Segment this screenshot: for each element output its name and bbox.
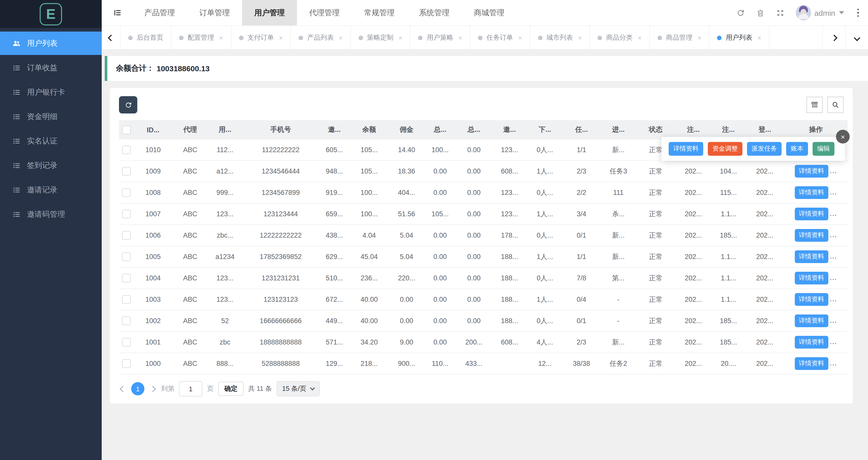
row-checkbox[interactable] — [122, 146, 131, 154]
user-menu[interactable]: admin — [796, 5, 844, 20]
tab-10[interactable]: 用户列表× — [710, 26, 769, 49]
row-more-actions[interactable]: ... — [830, 210, 837, 217]
row-more-actions[interactable]: ... — [830, 317, 837, 324]
goto-page-input[interactable] — [179, 381, 203, 396]
collapse-menu-icon[interactable] — [102, 8, 132, 17]
tabs-dropdown-button[interactable] — [845, 26, 868, 49]
table-search-button[interactable] — [827, 97, 844, 113]
username-label: admin — [814, 8, 835, 17]
sidebar-item-7[interactable]: 邀请码管理 — [0, 203, 102, 226]
row-more-actions[interactable]: ... — [830, 231, 837, 239]
topnav-item-4[interactable]: 常规管理 — [352, 0, 407, 25]
popup-action-button-4[interactable]: 编辑 — [813, 142, 834, 156]
select-arrow-icon — [310, 385, 315, 391]
tab-6[interactable]: 任务订单× — [470, 26, 530, 49]
select-all-checkbox[interactable] — [122, 125, 131, 134]
tab-close-icon[interactable]: × — [219, 34, 223, 41]
popup-action-button-3[interactable]: 账本 — [786, 142, 808, 156]
popup-action-button-0[interactable]: 详情资料 — [669, 142, 703, 156]
sidebar-item-0[interactable]: 用户列表 — [0, 32, 102, 55]
tab-4[interactable]: 策略定制× — [351, 26, 411, 49]
row-detail-button[interactable]: 详情资料 — [795, 165, 828, 178]
row-checkbox[interactable] — [122, 188, 131, 197]
avatar[interactable] — [796, 5, 811, 20]
app-logo[interactable]: E — [40, 3, 62, 25]
topnav-item-6[interactable]: 商城管理 — [462, 0, 517, 25]
row-checkbox[interactable] — [122, 167, 131, 176]
row-more-actions[interactable]: ... — [830, 359, 837, 367]
topnav-item-1[interactable]: 订单管理 — [187, 0, 242, 25]
tabs-scroll-left-button[interactable] — [102, 26, 121, 49]
tab-0[interactable]: 后台首页 — [121, 26, 172, 49]
sidebar-item-6[interactable]: 邀请记录 — [0, 178, 102, 202]
tab-8[interactable]: 商品分类× — [590, 26, 650, 49]
row-detail-button[interactable]: 详情资料 — [795, 272, 828, 284]
row-checkbox[interactable] — [122, 252, 131, 261]
tab-close-icon[interactable]: × — [638, 34, 642, 41]
table-refresh-button[interactable] — [119, 96, 137, 113]
row-checkbox[interactable] — [122, 274, 131, 282]
tab-3[interactable]: 产品列表× — [291, 26, 351, 49]
tab-close-icon[interactable]: × — [339, 34, 342, 41]
row-checkbox[interactable] — [122, 210, 131, 218]
tab-close-icon[interactable]: × — [399, 34, 402, 41]
row-more-actions[interactable]: ... — [830, 188, 837, 196]
tab-close-icon[interactable]: × — [279, 34, 283, 41]
cell: 1.1... — [711, 289, 745, 310]
cell: 123... — [492, 139, 527, 161]
row-more-actions[interactable]: ... — [830, 338, 837, 346]
popup-close-icon[interactable]: × — [836, 130, 850, 143]
sidebar-item-5[interactable]: 签到记录 — [0, 154, 102, 177]
row-detail-button[interactable]: 详情资料 — [795, 186, 828, 199]
tab-2[interactable]: 支付订单× — [231, 26, 291, 49]
row-more-actions[interactable]: ... — [830, 252, 837, 260]
next-page-button[interactable] — [149, 386, 157, 391]
row-checkbox[interactable] — [122, 317, 131, 325]
row-checkbox[interactable] — [122, 231, 131, 240]
row-detail-button[interactable]: 详情资料 — [795, 208, 828, 220]
tab-close-icon[interactable]: × — [698, 34, 702, 41]
fullscreen-icon[interactable] — [776, 8, 784, 17]
row-more-actions[interactable]: ... — [830, 167, 837, 175]
topnav-item-0[interactable]: 产品管理 — [132, 0, 187, 25]
sidebar-item-4[interactable]: 实名认证 — [0, 129, 102, 153]
tab-close-icon[interactable]: × — [578, 34, 582, 41]
tab-9[interactable]: 商品管理× — [650, 26, 710, 49]
trash-icon[interactable] — [756, 8, 765, 17]
topnav-item-2[interactable]: 用户管理 — [242, 0, 297, 25]
topnav-item-3[interactable]: 代理管理 — [297, 0, 352, 25]
row-detail-button[interactable]: 详情资料 — [795, 229, 828, 242]
row-detail-button[interactable]: 详情资料 — [795, 336, 828, 349]
sidebar-item-2[interactable]: 用户银行卡 — [0, 80, 102, 104]
row-more-actions[interactable]: ... — [830, 295, 837, 303]
kebab-menu-icon[interactable] — [855, 7, 861, 19]
row-checkbox[interactable] — [122, 359, 131, 368]
tab-1[interactable]: 配置管理× — [172, 26, 231, 49]
popup-action-button-2[interactable]: 派发任务 — [747, 142, 781, 156]
tab-label: 商品管理 — [666, 33, 692, 42]
row-detail-button[interactable]: 详情资料 — [795, 293, 828, 306]
row-detail-button[interactable]: 详情资料 — [795, 314, 828, 327]
tab-close-icon[interactable]: × — [518, 34, 522, 41]
confirm-page-button[interactable]: 确定 — [218, 382, 244, 396]
row-checkbox[interactable] — [122, 338, 131, 347]
column-settings-button[interactable] — [806, 97, 823, 113]
refresh-icon[interactable] — [736, 8, 745, 17]
tab-5[interactable]: 用户策略× — [411, 26, 470, 49]
tab-7[interactable]: 城市列表× — [530, 26, 590, 49]
row-more-actions[interactable]: ... — [830, 274, 837, 281]
row-checkbox[interactable] — [122, 295, 131, 304]
page-size-select[interactable]: 15 条/页 — [276, 381, 320, 396]
row-detail-button[interactable]: 详情资料 — [795, 357, 828, 370]
column-header-14: 注... — [675, 120, 711, 139]
sidebar-item-3[interactable]: 资金明细 — [0, 105, 102, 128]
tab-close-icon[interactable]: × — [757, 34, 761, 41]
sidebar-item-1[interactable]: 订单收益 — [0, 56, 102, 79]
tabs-scroll-right-button[interactable] — [822, 26, 845, 49]
row-detail-button[interactable]: 详情资料 — [795, 250, 828, 263]
popup-action-button-1[interactable]: 资金调整 — [708, 142, 742, 156]
tab-close-icon[interactable]: × — [458, 34, 462, 41]
prev-page-button[interactable] — [119, 386, 127, 391]
page-button-1[interactable]: 1 — [131, 382, 145, 395]
topnav-item-5[interactable]: 系统管理 — [407, 0, 462, 25]
